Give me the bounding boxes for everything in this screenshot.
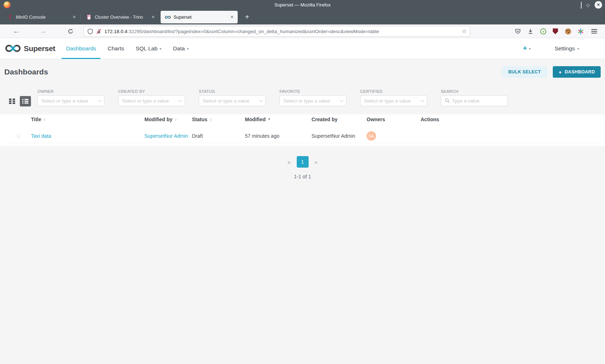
cell-modified: 57 minutes ago (245, 133, 312, 139)
settings-menu-button[interactable]: Settings ▾ (555, 45, 579, 52)
url-input[interactable]: 172.18.0.4:32295/dashboard/list/?pageInd… (104, 29, 460, 34)
filter-search: SEARCH (441, 89, 508, 106)
insecure-lock-icon[interactable] (96, 28, 102, 35)
minio-favicon-icon (7, 14, 13, 20)
nav-item-label: Data (173, 45, 185, 52)
plus-icon: + (559, 69, 562, 75)
column-header-modified-by[interactable]: Modified by ▲▼ (144, 117, 192, 122)
new-tab-button[interactable]: + (242, 13, 252, 22)
window-titlebar: Superset — Mozilla Firefox ◇ ✕ (0, 0, 605, 10)
pagination: « 1 » (0, 156, 605, 168)
new-dashboard-button[interactable]: + DASHBOARD (553, 66, 601, 78)
tab-label: Cluster Overview - Trino (95, 15, 147, 20)
chevron-down-icon: ▾ (529, 47, 531, 51)
dashboards-table: Title ▲▼ Modified by ▲▼ Status ▲▼ Modifi… (0, 114, 605, 146)
cell-status: Draft (192, 133, 245, 139)
cookie-extension-icon[interactable] (564, 27, 572, 36)
superset-brand[interactable]: Superset (5, 44, 55, 53)
chevron-down-icon: ▾ (577, 47, 579, 51)
column-header-status[interactable]: Status ▲▼ (192, 117, 245, 122)
owner-select[interactable]: Select or type a value (37, 95, 104, 106)
url-bar[interactable]: 172.18.0.4:32295/dashboard/list/?pageInd… (84, 26, 470, 37)
window-close-button[interactable]: ✕ (595, 1, 602, 9)
cell-owners: SA (367, 131, 421, 141)
pocket-extension-icon[interactable] (514, 27, 522, 36)
owner-avatar[interactable]: SA (367, 131, 376, 141)
url-host: 172.18.0.4 (104, 29, 127, 34)
dashboard-title-link[interactable]: Taxi data (31, 133, 51, 139)
chevron-down-icon (98, 99, 102, 102)
filter-label: FAVORITE (279, 89, 346, 94)
window-minimize-button[interactable] (581, 2, 582, 8)
column-header-actions: Actions (421, 117, 599, 122)
filter-owner: OWNER Select or type a value (37, 89, 104, 106)
list-view-toggle-button[interactable] (20, 96, 31, 106)
browser-toolbar: ← → 172.18.0.4:32295/dashboard/list/?pag… (0, 24, 605, 38)
page-1-button[interactable]: 1 (297, 156, 309, 168)
column-header-title[interactable]: Title ▲▼ (31, 117, 144, 122)
window-maximize-button[interactable]: ◇ (586, 2, 590, 8)
cell-created-by: SupersetNur Admin (312, 133, 367, 139)
certified-select[interactable]: Select or type a value (360, 95, 427, 106)
favorite-select[interactable]: Select or type a value (279, 95, 346, 106)
back-button[interactable]: ← (11, 26, 22, 37)
status-select[interactable]: Select or type a value (199, 95, 266, 106)
window-controls: ◇ ✕ (581, 0, 602, 10)
menu-button[interactable] (590, 27, 599, 36)
search-icon (445, 98, 450, 103)
previous-page-button[interactable]: « (286, 159, 292, 165)
filter-favorite: FAVORITE Select or type a value (279, 89, 346, 106)
tab-close-icon[interactable]: ✕ (228, 14, 236, 21)
filter-label: CERTIFIED (360, 89, 427, 94)
new-item-menu-button[interactable]: + ▾ (523, 44, 531, 53)
nav-item-sql-lab[interactable]: SQL Lab ▾ (131, 38, 166, 59)
search-box[interactable] (441, 95, 508, 106)
sort-carets-icon: ▲▼ (175, 118, 177, 121)
nav-item-charts[interactable]: Charts (103, 38, 129, 59)
download-icon (527, 28, 534, 35)
tab-strip: MinIO Console ✕ Cluster Overview - Trino… (0, 10, 605, 24)
modified-by-link[interactable]: SupersetNur Admin (144, 133, 188, 139)
ublock-shield-extension-icon[interactable] (551, 27, 560, 36)
created-by-select[interactable]: Select or type a value (118, 95, 185, 106)
superset-favicon-icon (165, 14, 171, 20)
tab-close-icon[interactable]: ✕ (71, 14, 78, 21)
tab-trino-cluster-overview[interactable]: Cluster Overview - Trino ✕ (82, 11, 159, 23)
cell-title: Taxi data (31, 133, 144, 139)
bulk-select-button[interactable]: BULK SELECT (502, 66, 547, 78)
nav-item-dashboards[interactable]: Dashboards (62, 38, 100, 59)
cell-modified-by: SupersetNur Admin (144, 133, 192, 139)
filter-status: STATUS Select or type a value (199, 89, 266, 106)
next-page-button[interactable]: » (313, 159, 319, 165)
tab-close-icon[interactable]: ✕ (149, 14, 157, 21)
favorite-star-icon[interactable]: ☆ (15, 132, 21, 140)
tab-minio-console[interactable]: MinIO Console ✕ (3, 11, 80, 23)
table-row: ☆ Taxi data SupersetNur Admin Draft 57 m… (6, 129, 599, 143)
chevron-down-icon (259, 99, 263, 102)
filter-label: OWNER (37, 89, 104, 94)
pagination-summary: 1-1 of 1 (0, 174, 605, 179)
nav-item-label: Dashboards (66, 45, 96, 52)
greasemonkey-extension-icon[interactable] (539, 27, 547, 36)
card-view-toggle-button[interactable] (6, 96, 17, 106)
tracking-protection-shield-icon[interactable] (87, 28, 93, 35)
settings-label: Settings (555, 45, 575, 52)
column-header-owners: Owners (367, 117, 421, 122)
column-header-modified[interactable]: Modified ▼ (245, 117, 312, 122)
tab-superset[interactable]: Superset ✕ (161, 11, 238, 23)
page-submenu: Dashboards BULK SELECT + DASHBOARD (0, 59, 605, 85)
list-view-icon (22, 99, 28, 104)
trino-favicon-icon (86, 14, 92, 20)
nav-item-data[interactable]: Data ▾ (169, 38, 193, 59)
reload-button[interactable] (65, 26, 76, 37)
bookmark-star-icon[interactable]: ☆ (462, 28, 467, 35)
search-input[interactable] (452, 98, 504, 104)
firefox-window: Superset — Mozilla Firefox ◇ ✕ MinIO Con… (0, 0, 605, 364)
select-placeholder: Select or type a value (41, 98, 96, 104)
filter-label: STATUS (199, 89, 266, 94)
colorful-asterisk-extension-icon[interactable] (576, 27, 585, 36)
reload-icon (68, 28, 73, 34)
downloads-button[interactable] (526, 27, 535, 36)
submenu-actions: BULK SELECT + DASHBOARD (502, 66, 601, 78)
forward-button[interactable]: → (38, 26, 49, 37)
